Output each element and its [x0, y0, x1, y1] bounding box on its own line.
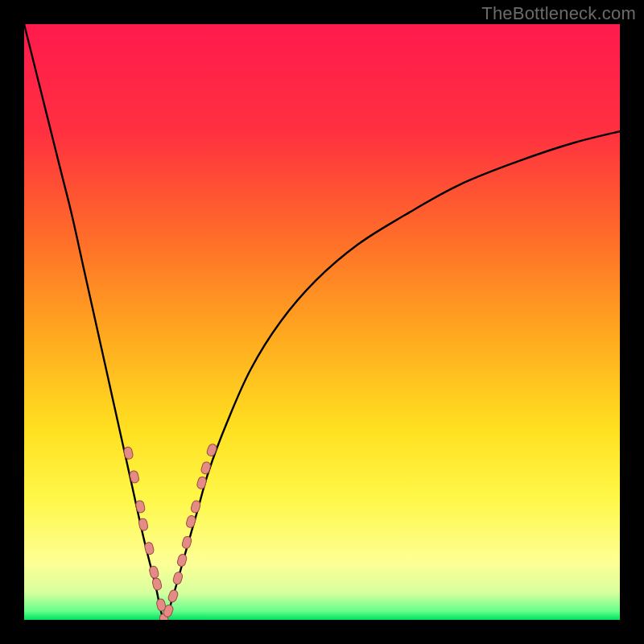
gradient-background: [24, 24, 620, 620]
chart-frame: TheBottleneck.com: [0, 0, 644, 644]
bottleneck-plot: [24, 24, 620, 620]
watermark-text: TheBottleneck.com: [481, 3, 636, 24]
